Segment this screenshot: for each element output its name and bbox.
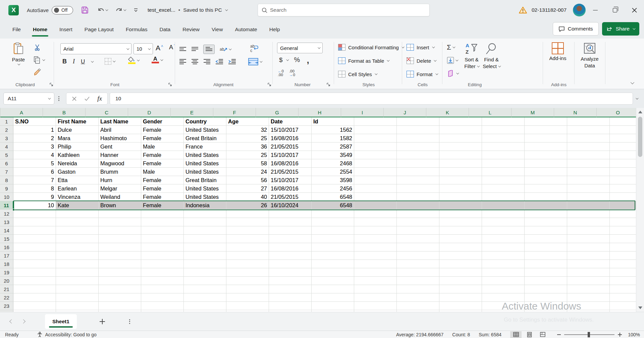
cell-G20[interactable]	[269, 277, 312, 285]
cell-H14[interactable]	[312, 226, 354, 235]
chevron-down-icon[interactable]	[105, 8, 108, 11]
cell-J8[interactable]	[397, 176, 439, 184]
row-header-1[interactable]: 1	[0, 117, 13, 126]
cell-A14[interactable]	[13, 226, 56, 235]
cell-C21[interactable]	[99, 285, 141, 293]
cell-H17[interactable]	[312, 251, 354, 260]
cell-C6[interactable]: Magwood	[99, 159, 141, 168]
cell-F12[interactable]	[226, 210, 269, 218]
row-header-19[interactable]: 19	[0, 268, 13, 277]
cell-C10[interactable]: Weiland	[99, 193, 141, 201]
cell-B22[interactable]	[56, 293, 99, 302]
clipboard-dialog-launcher-icon[interactable]	[49, 82, 54, 87]
cell-B2[interactable]: Dulce	[56, 126, 99, 134]
cell-A1[interactable]: S.NO	[13, 117, 56, 126]
cell-G1[interactable]: Date	[269, 117, 312, 126]
cell-J1[interactable]	[397, 117, 439, 126]
cell-I14[interactable]	[354, 226, 397, 235]
cell-M2[interactable]	[525, 126, 567, 134]
cell-E18[interactable]	[184, 260, 226, 268]
cell-K23[interactable]	[439, 302, 482, 310]
cell-H16[interactable]	[312, 243, 354, 251]
cell-G12[interactable]	[269, 210, 312, 218]
cell-E13[interactable]	[184, 218, 226, 226]
cell-J3[interactable]	[397, 134, 439, 143]
cell-F13[interactable]	[226, 218, 269, 226]
cell-O22[interactable]	[610, 293, 636, 302]
cell-B17[interactable]	[56, 251, 99, 260]
cell-D17[interactable]	[141, 251, 184, 260]
enter-entry-button[interactable]	[81, 94, 93, 104]
cell-I4[interactable]	[354, 143, 397, 151]
cell-C4[interactable]: Gent	[99, 143, 141, 151]
cell-O18[interactable]	[610, 260, 636, 268]
cell-I2[interactable]	[354, 126, 397, 134]
cell-N12[interactable]	[567, 210, 610, 218]
cell-A7[interactable]: 6	[13, 168, 56, 176]
cell-N6[interactable]	[567, 159, 610, 168]
autosave-control[interactable]: AutoSave Off	[27, 6, 73, 14]
cell-L3[interactable]	[482, 134, 525, 143]
cell-L16[interactable]	[482, 243, 525, 251]
paste-button[interactable]: Paste	[8, 42, 29, 65]
cell-H10[interactable]: 6548	[312, 193, 354, 201]
fill-button[interactable]	[447, 57, 458, 64]
cell-M7[interactable]	[525, 168, 567, 176]
cell-N16[interactable]	[567, 243, 610, 251]
row-header-14[interactable]: 14	[0, 226, 13, 235]
cell-G13[interactable]	[269, 218, 312, 226]
cell-C12[interactable]	[99, 210, 141, 218]
cell-A20[interactable]	[13, 277, 56, 285]
cell-L10[interactable]	[482, 193, 525, 201]
cell-J20[interactable]	[397, 277, 439, 285]
cell-J6[interactable]	[397, 159, 439, 168]
column-header-F[interactable]: F	[213, 108, 256, 117]
tab-insert[interactable]: Insert	[54, 23, 77, 36]
cell-K3[interactable]	[439, 134, 482, 143]
cell-N3[interactable]	[567, 134, 610, 143]
cell-F21[interactable]	[226, 285, 269, 293]
cell-I11[interactable]	[354, 201, 397, 210]
row-header-7[interactable]: 7	[0, 168, 13, 176]
cell-N11[interactable]	[567, 201, 610, 210]
decrease-decimal-button[interactable]: .00→0	[289, 69, 295, 77]
cell-A3[interactable]: 2	[13, 134, 56, 143]
align-right-button[interactable]	[203, 59, 211, 65]
cell-D5[interactable]: Female	[141, 151, 184, 159]
scroll-up-icon[interactable]	[638, 111, 642, 113]
align-middle-button[interactable]	[191, 46, 199, 52]
formula-bar-grip[interactable]	[58, 96, 59, 102]
cell-C20[interactable]	[99, 277, 141, 285]
cell-J23[interactable]	[397, 302, 439, 310]
cell-J21[interactable]	[397, 285, 439, 293]
row-header-22[interactable]: 22	[0, 293, 13, 302]
cell-N5[interactable]	[567, 151, 610, 159]
cell-C22[interactable]	[99, 293, 141, 302]
cell-G23[interactable]	[269, 302, 312, 310]
cell-J10[interactable]	[397, 193, 439, 201]
row-header-3[interactable]: 3	[0, 134, 13, 143]
cell-K21[interactable]	[439, 285, 482, 293]
cell-G4[interactable]: 21/05/2015	[269, 143, 312, 151]
cell-G9[interactable]: 16/08/2016	[269, 184, 312, 193]
cell-G14[interactable]	[269, 226, 312, 235]
cell-E21[interactable]	[184, 285, 226, 293]
cell-L13[interactable]	[482, 218, 525, 226]
cell-C18[interactable]	[99, 260, 141, 268]
cell-E3[interactable]: Great Britain	[184, 134, 226, 143]
cell-C11[interactable]: Brown	[99, 201, 141, 210]
row-header-6[interactable]: 6	[0, 159, 13, 168]
cell-F18[interactable]	[226, 260, 269, 268]
cell-B21[interactable]	[56, 285, 99, 293]
cell-E23[interactable]	[184, 302, 226, 310]
column-header-H[interactable]: H	[299, 108, 341, 117]
cell-G6[interactable]: 16/08/2016	[269, 159, 312, 168]
cell-I5[interactable]	[354, 151, 397, 159]
cell-I9[interactable]	[354, 184, 397, 193]
cell-O5[interactable]	[610, 151, 636, 159]
cell-D1[interactable]: Gender	[141, 117, 184, 126]
cell-O19[interactable]	[610, 268, 636, 277]
cell-B14[interactable]	[56, 226, 99, 235]
cell-J22[interactable]	[397, 293, 439, 302]
cell-E17[interactable]	[184, 251, 226, 260]
